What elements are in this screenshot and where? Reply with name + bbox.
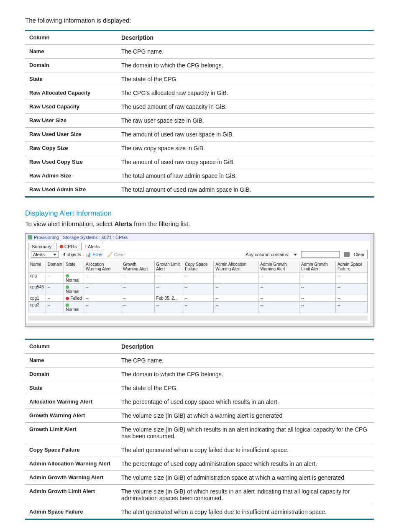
grid-header[interactable]: Growth Limit Alert	[154, 261, 183, 272]
table-cell-column: Growth Warning Alert	[25, 409, 117, 423]
horizontal-scrollbar[interactable]	[28, 316, 368, 321]
toolbar: Alerts 4 objects 📊 Filter 🧹 Clear Any co…	[28, 250, 368, 259]
cell-value: --	[214, 272, 258, 284]
grid-header[interactable]: Allocation Warning Alert	[84, 261, 121, 272]
cell-state: Normal	[64, 284, 84, 295]
chevron-down-icon	[53, 254, 56, 256]
table-cell-column: Raw Used Admin Size	[25, 183, 117, 197]
cell-value: --	[154, 302, 183, 313]
cell-value: --	[121, 302, 154, 313]
cell-value: --	[335, 302, 367, 313]
cell-state: Normal	[64, 302, 84, 313]
table-cell-desc: The raw user space size in GiB.	[117, 114, 374, 128]
table-cell-desc: The volume size (in GiB) which results i…	[117, 423, 374, 443]
table-cell-desc: The domain to which the CPG belongs.	[117, 368, 374, 381]
status-dot-icon	[66, 274, 69, 278]
t1-head-desc: Description	[117, 31, 374, 45]
table-cell-desc: The used amount of raw capacity in GiB.	[117, 100, 374, 114]
cell-state: Failed	[64, 295, 84, 302]
x-icon	[60, 245, 63, 248]
cell-value: Feb 05, 2…	[154, 295, 183, 302]
table-cell-column: Raw Copy Size	[25, 141, 117, 155]
breadcrumb: Provisioning : Storage Systems : s021 : …	[26, 234, 370, 241]
table-row[interactable]: cpg--Normal----------------	[28, 272, 368, 284]
cell-value: --	[121, 295, 154, 302]
table-cell-desc: The alert generated when a copy failed d…	[117, 443, 374, 457]
cell-value: --	[258, 272, 299, 284]
table-row[interactable]: cpg2--Normal----------------	[28, 302, 368, 313]
cell-domain: --	[46, 302, 64, 313]
status-dot-icon	[66, 285, 69, 289]
grid-header[interactable]: Name	[28, 261, 46, 272]
section-para: To view alert information, select Alerts…	[25, 220, 374, 227]
grid-header[interactable]: Growth Warning Alert	[121, 261, 154, 272]
table-cell-column: Raw Used User Size	[25, 128, 117, 141]
cell-name: cpg1	[28, 295, 46, 302]
status-dot-icon	[66, 297, 69, 300]
grid-header[interactable]: Admin Allocation Warning Alert	[214, 261, 258, 272]
filter-select[interactable]: Alerts	[31, 251, 59, 258]
section-text-a: To view alert information, select	[25, 220, 114, 227]
columns-table-2: Column Description NameThe CPG name.Doma…	[25, 339, 374, 520]
cell-name: cpg	[28, 272, 46, 284]
cell-value: --	[84, 302, 121, 313]
cell-value: --	[214, 284, 258, 295]
cell-value: --	[121, 284, 154, 295]
cell-value: --	[299, 272, 336, 284]
grid-header[interactable]: Domain	[46, 261, 64, 272]
table-cell-desc: The amount of used raw user space in GiB…	[117, 128, 374, 141]
t1-head-col: Column	[25, 31, 117, 45]
cell-value: --	[183, 272, 214, 284]
table-cell-column: Admin Growth Warning Alert	[25, 471, 117, 485]
section-text-bold: Alerts	[114, 220, 132, 227]
grid-header[interactable]: Admin Growth Limit Alert	[299, 261, 336, 272]
section-text-c: from the filtering list.	[132, 220, 190, 227]
breadcrumb-text: Provisioning : Storage Systems : s021 : …	[34, 235, 128, 240]
cell-value: --	[183, 295, 214, 302]
grid-header[interactable]: Admin Space Failure	[335, 261, 367, 272]
filter-select-label: Alerts	[33, 252, 45, 257]
tab-bar: Summary CPGs !Alerts	[26, 241, 370, 250]
cell-value: --	[121, 272, 154, 284]
clear-link[interactable]: 🧹 Clear	[107, 252, 125, 257]
clear-button[interactable]: Clear	[354, 252, 365, 257]
grid-header[interactable]: Admin Growth Warning Alert	[258, 261, 299, 272]
alert-icon: !	[85, 244, 87, 249]
table-row[interactable]: cpg546--Normal----------------	[28, 284, 368, 295]
cell-value: --	[258, 284, 299, 295]
table-cell-column: Name	[25, 354, 117, 368]
table-cell-desc: The CPG name.	[117, 45, 374, 59]
table-row[interactable]: cpg1--Failed----Feb 05, 2…----------	[28, 295, 368, 302]
cell-value: --	[214, 302, 258, 313]
printer-icon[interactable]	[344, 252, 350, 257]
cell-domain: --	[46, 284, 64, 295]
table-cell-desc: The state of the CPG.	[117, 72, 374, 86]
tab-summary-label: Summary	[32, 244, 51, 249]
cell-value: --	[183, 302, 214, 313]
cell-state: Normal	[64, 272, 84, 284]
table-cell-desc: The CPG name.	[117, 354, 374, 368]
tab-cpgs[interactable]: CPGs	[56, 243, 80, 250]
cell-value: --	[299, 295, 336, 302]
search-input[interactable]	[301, 251, 340, 258]
table-cell-column: Copy Space Failure	[25, 443, 117, 457]
table-cell-column: Growth Limit Alert	[25, 423, 117, 443]
cell-value: --	[258, 302, 299, 313]
chevron-down-icon[interactable]	[294, 254, 297, 256]
cell-value: --	[84, 272, 121, 284]
grid-header[interactable]: Copy Space Failure	[183, 261, 214, 272]
cell-name: cpg546	[28, 284, 46, 295]
table-cell-column: State	[25, 72, 117, 86]
filter-link[interactable]: 📊 Filter	[85, 252, 103, 257]
table-cell-desc: The percentage of used copy administrati…	[117, 457, 374, 471]
table-cell-desc: The amount of used raw copy space in GiB…	[117, 155, 374, 169]
tab-summary[interactable]: Summary	[28, 243, 55, 250]
table-cell-column: Raw Allocated Capacity	[25, 86, 117, 100]
cell-value: --	[84, 284, 121, 295]
tab-alerts[interactable]: !Alerts	[81, 243, 103, 250]
status-dot-icon	[66, 303, 69, 307]
intro-text: The following information is displayed:	[25, 17, 374, 24]
table-cell-desc: The CPG's allocated raw capacity in GiB.	[117, 86, 374, 100]
table-cell-column: Raw Admin Size	[25, 169, 117, 183]
grid-header[interactable]: State	[64, 261, 84, 272]
